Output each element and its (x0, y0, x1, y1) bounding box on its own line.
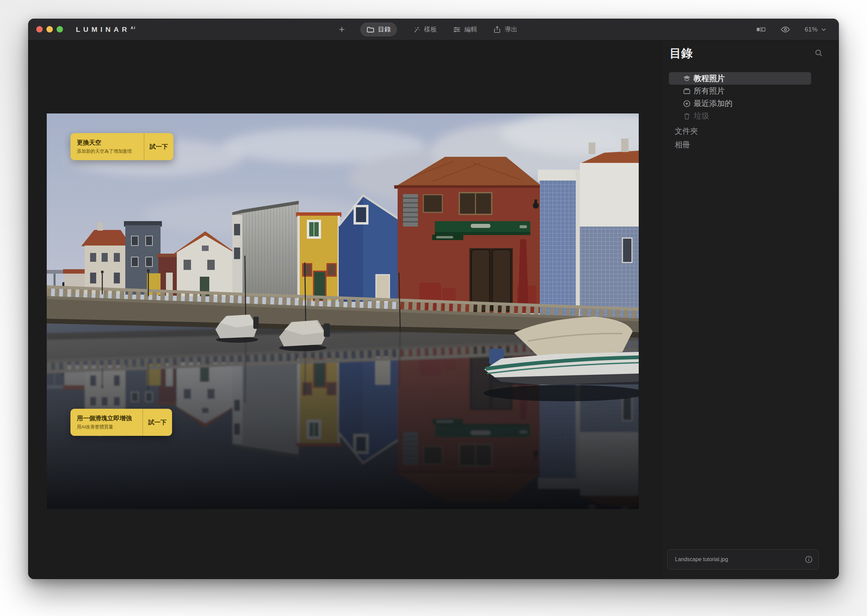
trash-icon (682, 112, 691, 121)
tab-edit-label: 編輯 (464, 25, 477, 34)
search-icon[interactable] (814, 49, 823, 58)
zoom-window-button[interactable] (57, 26, 63, 33)
tab-export[interactable]: 導出 (493, 25, 517, 34)
photos-icon (682, 87, 691, 96)
tab-templates-label: 樣板 (424, 25, 437, 34)
luminar-window: LUMINARAI + 目錄 樣板 (28, 19, 839, 579)
sidebar-item-label: 最近添加的 (694, 98, 732, 109)
magic-wand-icon (412, 25, 421, 34)
zoom-control[interactable]: 61% (805, 26, 827, 33)
folder-icon (366, 25, 375, 34)
desktop-background: LUMINARAI + 目錄 樣板 (0, 0, 867, 616)
catalog-shortcuts: 教程照片 所有照片 最近添加的 (663, 72, 839, 151)
traffic-lights (36, 26, 63, 33)
sidebar-section-folders[interactable]: 文件夾 (675, 124, 839, 138)
filename-value: Landscape tutorial.jpg (675, 556, 804, 563)
compare-view-icon[interactable] (756, 24, 766, 35)
info-icon[interactable] (804, 555, 813, 564)
try-it-button-sky[interactable]: 試一下 (144, 133, 173, 160)
sidebar-item-tutorial-photos[interactable]: 教程照片 (669, 72, 811, 85)
try-it-button-enhance[interactable]: 試一下 (143, 409, 172, 436)
sidebar-item-recently-added[interactable]: 最近添加的 (669, 97, 811, 110)
sliders-icon (452, 25, 461, 34)
sidebar-section-label: 相冊 (675, 140, 690, 150)
sidebar-section-albums[interactable]: 相冊 (675, 138, 839, 151)
export-icon (493, 25, 501, 34)
preview-eye-icon[interactable] (780, 24, 790, 35)
tooltip-subtitle: 添加新的天空為了增加激情 (77, 148, 139, 154)
tooltip-title: 更換天空 (77, 139, 139, 147)
filename-field[interactable]: Landscape tutorial.jpg (667, 549, 819, 570)
graduation-cap-icon (682, 74, 691, 83)
minimize-window-button[interactable] (46, 26, 53, 33)
sidebar-item-trash[interactable]: 垃圾 (669, 110, 811, 122)
sidebar-section-label: 文件夾 (675, 126, 698, 137)
tab-templates[interactable]: 樣板 (412, 25, 437, 34)
chevron-down-icon (821, 27, 827, 33)
tab-edit[interactable]: 編輯 (452, 25, 477, 34)
tab-catalog-label: 目錄 (378, 25, 391, 34)
tab-catalog[interactable]: 目錄 (360, 23, 397, 36)
main-tabs: + 目錄 樣板 (339, 19, 517, 40)
close-window-button[interactable] (36, 26, 43, 33)
photo-landscape-tutorial[interactable]: 更換天空 添加新的天空為了增加激情 試一下 用一個滑塊立即增強 用AI改善整體質… (47, 113, 639, 509)
tooltip-title: 用一個滑塊立即增強 (77, 415, 138, 422)
sky-replacement-tooltip: 更換天空 添加新的天空為了增加激情 試一下 (71, 133, 173, 160)
logo-brand: LUMINAR (76, 25, 130, 33)
sidebar-item-all-photos[interactable]: 所有照片 (669, 85, 811, 97)
tab-export-label: 導出 (505, 25, 517, 34)
sidebar-item-label: 所有照片 (694, 86, 725, 96)
photo-tone-overlay (47, 113, 639, 509)
sidebar-item-label: 教程照片 (694, 73, 725, 84)
sidebar-title: 目錄 (669, 46, 693, 61)
add-photos-button[interactable]: + (339, 24, 345, 35)
app-logo: LUMINARAI (76, 25, 136, 33)
tooltip-text: 更換天空 添加新的天空為了增加激情 (71, 133, 144, 160)
logo-ai-sup: AI (131, 26, 136, 30)
tooltip-subtitle: 用AI改善整體質量 (77, 424, 138, 430)
canal-houses-photo-illustration (47, 113, 639, 509)
catalog-sidebar: 目錄 教程照片 所有照片 (663, 40, 839, 579)
zoom-level-value: 61% (805, 26, 818, 33)
titlebar: LUMINARAI + 目錄 樣板 (28, 19, 839, 40)
tooltip-text: 用一個滑塊立即增強 用AI改善整體質量 (71, 409, 143, 436)
plus-circle-icon (682, 99, 691, 108)
sidebar-item-label: 垃圾 (694, 111, 709, 121)
enhance-slider-tooltip: 用一個滑塊立即增強 用AI改善整體質量 試一下 (71, 409, 172, 436)
titlebar-right-controls: 61% (756, 24, 839, 35)
